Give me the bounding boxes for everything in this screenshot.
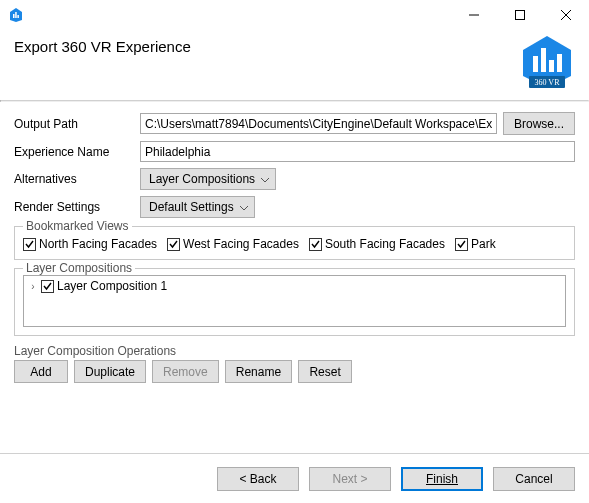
dialog-header: Export 360 VR Experience 360 VR xyxy=(0,30,589,100)
checkbox-icon xyxy=(167,238,180,251)
dialog-title: Export 360 VR Experience xyxy=(14,38,575,55)
svg-rect-8 xyxy=(541,48,546,72)
svg-text:360 VR: 360 VR xyxy=(535,78,561,87)
maximize-button[interactable] xyxy=(497,0,543,30)
alternatives-value: Layer Compositions xyxy=(149,172,255,186)
render-settings-label: Render Settings xyxy=(14,200,140,214)
checkbox-icon xyxy=(23,238,36,251)
bookmark-checkbox-west[interactable]: West Facing Facades xyxy=(167,237,299,251)
alternatives-select[interactable]: Layer Compositions xyxy=(140,168,276,190)
window-controls xyxy=(451,0,589,30)
finish-button[interactable]: Finish xyxy=(401,467,483,491)
alternatives-label: Alternatives xyxy=(14,172,140,186)
experience-name-input[interactable] xyxy=(140,141,575,162)
bookmark-checkbox-south[interactable]: South Facing Facades xyxy=(309,237,445,251)
svg-rect-9 xyxy=(549,60,554,72)
next-button: Next > xyxy=(309,467,391,491)
checkbox-icon xyxy=(455,238,468,251)
operations-legend: Layer Composition Operations xyxy=(14,344,575,358)
bookmark-label: Park xyxy=(471,237,496,251)
add-button[interactable]: Add xyxy=(14,360,68,383)
vr-logo: 360 VR xyxy=(519,34,575,93)
layer-compositions-legend: Layer Compositions xyxy=(23,261,135,275)
svg-rect-0 xyxy=(13,14,15,18)
checkbox-icon xyxy=(309,238,322,251)
bookmark-label: North Facing Facades xyxy=(39,237,157,251)
chevron-down-icon xyxy=(240,200,248,214)
bookmark-label: South Facing Facades xyxy=(325,237,445,251)
svg-rect-1 xyxy=(15,12,17,18)
remove-button: Remove xyxy=(152,360,219,383)
svg-rect-4 xyxy=(516,10,525,19)
output-path-label: Output Path xyxy=(14,117,140,131)
checkbox-icon[interactable] xyxy=(41,280,54,293)
layer-compositions-group: Layer Compositions › Layer Composition 1 xyxy=(14,268,575,336)
dialog-content: Output Path Browse... Experience Name Al… xyxy=(0,102,589,383)
tree-row[interactable]: › Layer Composition 1 xyxy=(28,279,561,293)
tree-item-label: Layer Composition 1 xyxy=(57,279,167,293)
bookmarked-views-group: Bookmarked Views North Facing Facades We… xyxy=(14,226,575,260)
render-settings-select[interactable]: Default Settings xyxy=(140,196,255,218)
reset-button[interactable]: Reset xyxy=(298,360,352,383)
operations-row: Add Duplicate Remove Rename Reset xyxy=(14,360,575,383)
dialog-footer: < Back Next > Finish Cancel xyxy=(0,453,589,503)
tree-expander-icon[interactable]: › xyxy=(28,281,38,292)
titlebar xyxy=(0,0,589,30)
rename-button[interactable]: Rename xyxy=(225,360,292,383)
cancel-button[interactable]: Cancel xyxy=(493,467,575,491)
chevron-down-icon xyxy=(261,172,269,186)
minimize-button[interactable] xyxy=(451,0,497,30)
render-settings-value: Default Settings xyxy=(149,200,234,214)
svg-rect-10 xyxy=(557,54,562,72)
bookmarked-views-legend: Bookmarked Views xyxy=(23,219,132,233)
bookmark-checkbox-park[interactable]: Park xyxy=(455,237,496,251)
svg-rect-7 xyxy=(533,56,538,72)
output-path-input[interactable] xyxy=(140,113,497,134)
bookmark-checkbox-north[interactable]: North Facing Facades xyxy=(23,237,157,251)
experience-name-label: Experience Name xyxy=(14,145,140,159)
layer-compositions-tree[interactable]: › Layer Composition 1 xyxy=(23,275,566,327)
app-icon xyxy=(8,7,24,23)
close-button[interactable] xyxy=(543,0,589,30)
duplicate-button[interactable]: Duplicate xyxy=(74,360,146,383)
back-button[interactable]: < Back xyxy=(217,467,299,491)
svg-rect-2 xyxy=(17,15,19,18)
bookmark-label: West Facing Facades xyxy=(183,237,299,251)
browse-button[interactable]: Browse... xyxy=(503,112,575,135)
